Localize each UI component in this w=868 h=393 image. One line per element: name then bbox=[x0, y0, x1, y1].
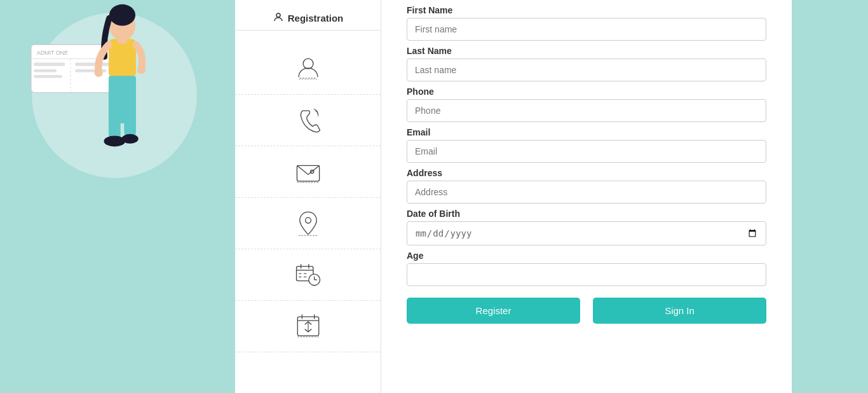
address-input[interactable] bbox=[407, 181, 766, 203]
user-icon bbox=[294, 55, 322, 83]
calendar-clock-icon-item bbox=[235, 249, 381, 301]
phone-input[interactable] bbox=[407, 99, 766, 122]
lastname-input[interactable] bbox=[407, 59, 766, 81]
lastname-label: Last Name bbox=[407, 46, 766, 56]
age-input[interactable] bbox=[407, 263, 766, 286]
svg-rect-4 bbox=[34, 62, 65, 66]
svg-point-28 bbox=[305, 217, 311, 223]
location-icon-item bbox=[235, 198, 381, 249]
icon-list bbox=[235, 43, 381, 352]
left-illustration-panel: ADMIT ONE bbox=[0, 0, 235, 393]
registration-title: Registration bbox=[235, 6, 381, 31]
svg-point-18 bbox=[122, 134, 139, 144]
icon-panel: Registration bbox=[235, 0, 381, 393]
firstname-group: First Name bbox=[407, 5, 766, 41]
phone-label: Phone bbox=[407, 86, 766, 97]
svg-point-13 bbox=[137, 66, 146, 74]
signin-button[interactable]: Sign In bbox=[593, 298, 766, 324]
form-actions: Register Sign In bbox=[407, 298, 766, 324]
svg-point-12 bbox=[95, 69, 103, 77]
dob-group: Date of Birth bbox=[407, 209, 766, 245]
svg-rect-6 bbox=[34, 75, 62, 78]
phone-icon bbox=[294, 106, 322, 134]
dob-input[interactable] bbox=[407, 221, 766, 245]
phone-icon-item bbox=[235, 95, 381, 146]
dob-label: Date of Birth bbox=[407, 209, 766, 219]
email-label: Email bbox=[407, 127, 766, 137]
svg-point-21 bbox=[303, 59, 313, 69]
svg-point-20 bbox=[276, 13, 280, 17]
svg-rect-19 bbox=[118, 38, 127, 43]
age-icon-item bbox=[235, 301, 381, 352]
registration-form-panel: First Name Last Name Phone Email Address… bbox=[381, 0, 792, 393]
svg-rect-11 bbox=[109, 39, 136, 78]
location-icon bbox=[294, 209, 322, 237]
registration-title-text: Registration bbox=[288, 13, 344, 24]
address-label: Address bbox=[407, 168, 766, 178]
email-input[interactable] bbox=[407, 140, 766, 163]
svg-rect-16 bbox=[124, 81, 136, 137]
svg-rect-15 bbox=[109, 81, 121, 141]
svg-rect-5 bbox=[34, 69, 57, 72]
email-icon bbox=[294, 158, 322, 186]
phone-group: Phone bbox=[407, 86, 766, 122]
age-label: Age bbox=[407, 251, 766, 261]
age-icon bbox=[294, 312, 322, 340]
svg-text:ADMIT ONE: ADMIT ONE bbox=[37, 50, 68, 56]
person-header-icon bbox=[273, 11, 284, 25]
calendar-clock-icon bbox=[294, 261, 322, 289]
age-group: Age bbox=[407, 251, 766, 286]
svg-point-10 bbox=[109, 4, 135, 26]
address-group: Address bbox=[407, 168, 766, 203]
register-button[interactable]: Register bbox=[407, 298, 580, 324]
right-decorative-panel bbox=[792, 0, 868, 393]
email-group: Email bbox=[407, 127, 766, 163]
firstname-label: First Name bbox=[407, 5, 766, 15]
firstname-input[interactable] bbox=[407, 18, 766, 41]
person-illustration bbox=[67, 3, 168, 188]
lastname-group: Last Name bbox=[407, 46, 766, 81]
email-icon-item bbox=[235, 146, 381, 198]
user-icon-item bbox=[235, 43, 381, 95]
